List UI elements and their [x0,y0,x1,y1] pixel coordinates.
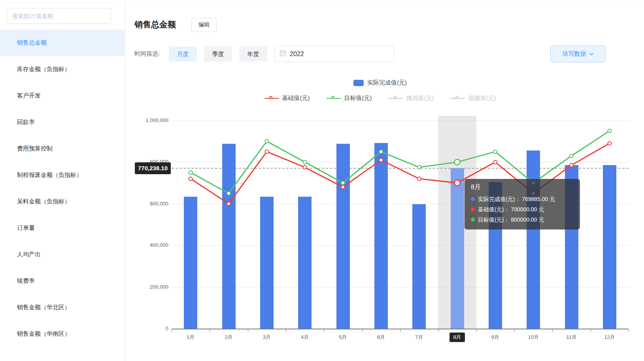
year-value: 2022 [290,51,304,58]
time-filter-option-3[interactable]: 年度 [239,47,267,62]
x-axis-tick [362,329,363,332]
tooltip-dot-target [471,218,475,222]
x-axis-label-text: 5月 [335,333,350,342]
target-point-5月[interactable] [341,181,345,185]
x-axis-label-1月: 1月 [172,333,210,342]
sidebar-item-3[interactable]: 客户开发 [0,83,125,109]
y-axis-tick-400,000: 400,000 [134,242,168,248]
base-point-11月[interactable] [570,164,573,167]
sidebar-item-1[interactable]: 销售总金额 [0,30,125,56]
x-axis-label-text: 6月 [374,333,389,342]
time-filter-group: 月度季度年度 [169,47,267,62]
sidebar-item-12[interactable]: 销售金额（华南区） [0,321,125,347]
tooltip-text-base: 基础值(元)： 700000.00 元 [478,204,544,214]
base-point-5月[interactable] [341,185,345,189]
base-point-3月[interactable] [265,150,268,154]
legend-item-challenge[interactable]: 挑战值(元) [389,94,434,102]
target-point-12月[interactable] [608,129,611,133]
x-axis-tick [248,329,248,332]
tooltip-text-target: 目标值(元)： 800000.00 元 [478,214,544,225]
tooltip-text-actual: 实际完成值(元)： 769885.00 元 [478,194,555,204]
sidebar-item-11[interactable]: 销售金额（华北区） [0,294,125,321]
base-point-12月[interactable] [608,141,611,145]
x-axis-tick [438,329,438,332]
base-point-7月[interactable] [417,177,421,180]
calendar-icon [280,50,286,58]
legend-item-exceed[interactable]: 超越值(元) [451,94,496,102]
target-point-4月[interactable] [303,160,307,164]
edit-button[interactable]: 编辑 [191,18,217,32]
y-axis-tick-1,000,000: 1,000,000 [134,117,168,123]
year-picker[interactable]: 2022 [274,46,394,62]
legend-symbol-target [327,96,341,101]
plot-area: 770,238.101月2月3月4月5月6月7月8月9月10月11月12月8月实… [172,120,629,329]
time-filter-option-2[interactable]: 季度 [204,47,232,62]
search-input[interactable] [7,8,111,24]
legend-item-target[interactable]: 目标值(元) [327,94,372,102]
y-axis-tick-200,000: 200,000 [134,284,168,290]
x-axis-label-6月: 6月 [362,333,400,342]
page-title: 销售总金额 [134,19,176,30]
sidebar-item-6[interactable]: 制程报废金额（负指标） [0,162,125,188]
sidebar-item-8[interactable]: 订单量 [0,215,125,241]
target-point-3月[interactable] [265,139,268,143]
target-point-11月[interactable] [570,154,573,158]
legend-swatch-actual [353,80,364,86]
app-root: 销售总金额库存金额（负指标）客户开发回款率费用预算控制制程报废金额（负指标）呆料… [0,0,644,361]
x-axis-tick [172,329,172,332]
x-axis-label-12月: 12月 [591,333,629,342]
target-point-1月[interactable] [189,171,193,174]
sidebar-item-5[interactable]: 费用预算控制 [0,135,125,162]
x-axis-tick [514,329,515,332]
target-point-7月[interactable] [417,165,421,169]
sidebar-item-2[interactable]: 库存金额（负指标） [0,56,125,83]
sidebar-item-9[interactable]: 人均产出 [0,241,125,268]
x-axis-label-text: 10月 [524,333,542,342]
target-point-6月[interactable] [379,150,383,154]
base-point-9月[interactable] [493,160,497,164]
x-axis-label-text: 4月 [297,333,312,342]
sidebar-item-7[interactable]: 呆料金额（负指标） [0,188,125,215]
time-filter-option-1[interactable]: 月度 [169,47,197,62]
fill-data-button[interactable]: 填写数据 [550,45,606,62]
legend-symbol-base [264,96,279,101]
target-point-8月[interactable] [455,159,460,165]
x-axis-label-3月: 3月 [248,333,286,342]
legend-item-actual[interactable]: 实际完成值(元) [353,79,407,86]
x-axis-label-text: 1月 [183,333,198,342]
sidebar-item-4[interactable]: 回款率 [0,109,125,135]
tooltip-dot-base [471,207,475,211]
x-axis-label-10月: 10月 [514,333,552,342]
chart-tooltip: 8月实际完成值(元)： 769885.00 元基础值(元)： 700000.00… [465,179,580,229]
tooltip-row-base: 基础值(元)： 700000.00 元 [471,204,574,214]
sidebar-item-10[interactable]: 续费率 [0,268,125,294]
x-axis-label-text: 9月 [488,333,503,342]
base-point-2月[interactable] [227,202,230,205]
x-axis-label-2月: 2月 [210,333,248,342]
sidebar-menu: 销售总金额库存金额（负指标）客户开发回款率费用预算控制制程报废金额（负指标）呆料… [0,30,125,347]
x-axis-label-4月: 4月 [286,333,324,342]
legend-item-base[interactable]: 基础值(元) [264,94,310,102]
y-axis-tick-0: 0 [134,325,168,331]
x-axis-tick [400,329,400,332]
base-point-1月[interactable] [189,177,193,180]
x-axis-label-text: 7月 [412,333,427,342]
base-point-6月[interactable] [379,158,383,162]
target-point-2月[interactable] [227,192,230,195]
sidebar: 销售总金额库存金额（负指标）客户开发回款率费用预算控制制程报废金额（负指标）呆料… [0,0,125,361]
legend-symbol-exceed [451,96,465,101]
target-point-9月[interactable] [493,150,497,154]
tooltip-title: 8月 [471,183,574,192]
x-axis-label-text: 2月 [221,333,236,342]
x-axis-label-text: 3月 [259,333,274,342]
x-axis-label-5月: 5月 [324,333,362,342]
time-filter-label: 时间筛选: [134,50,160,58]
base-point-4月[interactable] [303,165,307,169]
x-axis-label-11月: 11月 [553,333,591,342]
base-point-8月[interactable] [455,180,460,186]
legend-label-exceed: 超越值(元) [468,94,496,102]
x-axis-label-text: 12月 [601,333,618,342]
tooltip-row-target: 目标值(元)： 800000.00 元 [471,214,574,225]
x-axis-tick [210,329,210,332]
x-axis-tick [591,329,591,332]
